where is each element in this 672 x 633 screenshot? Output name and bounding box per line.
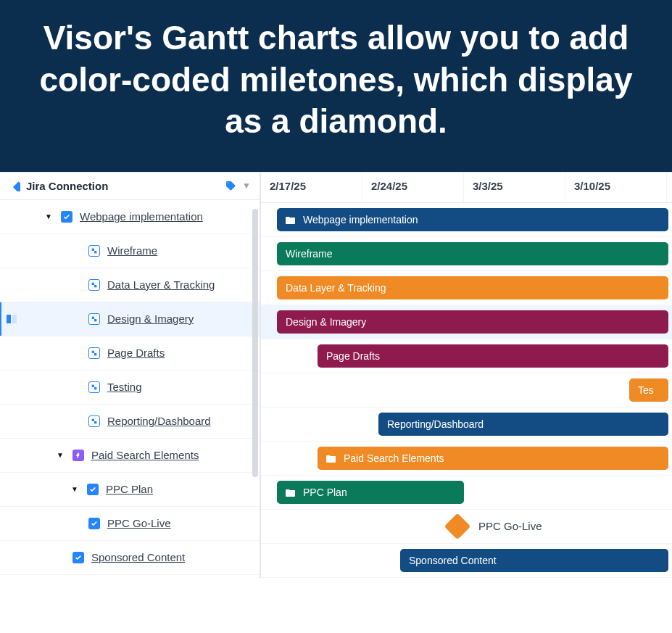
dropdown-caret-icon[interactable]: ▼	[242, 181, 251, 191]
gantt-body: Webpage implementationWireframeData Laye…	[261, 203, 672, 578]
date-column[interactable]: 2/24/25	[362, 173, 464, 202]
tag-icon[interactable]	[225, 180, 236, 191]
story-icon	[87, 484, 99, 495]
bar-label: PPC Plan	[303, 487, 347, 498]
milestone[interactable]: PPC Go-Live	[448, 515, 542, 538]
gantt-bar[interactable]: Tes	[629, 378, 668, 402]
bar-label: Reporting/Dashboard	[387, 418, 484, 430]
subtask-icon	[88, 415, 100, 427]
subtask-icon	[88, 245, 100, 257]
svg-rect-7	[92, 316, 94, 318]
gantt-row: Reporting/Dashboard	[261, 407, 672, 442]
gantt-bar[interactable]: Webpage implementation	[277, 208, 668, 231]
svg-rect-0	[13, 181, 20, 191]
tree-row[interactable]: ▼Paid Search Elements	[0, 439, 260, 473]
task-label[interactable]: Design & Imagery	[107, 313, 194, 325]
svg-rect-9	[92, 350, 94, 352]
bar-label: Data Layer & Tracking	[286, 282, 386, 294]
task-tree: ▼Webpage implementationWireframeData Lay…	[0, 200, 260, 575]
gantt-row: Paid Search Elements	[261, 442, 672, 476]
gantt-row: Sponsored Content	[261, 544, 672, 578]
svg-rect-11	[92, 384, 94, 386]
sidebar-header[interactable]: Jira Connection ▼	[0, 173, 260, 200]
svg-rect-8	[94, 319, 96, 321]
date-column[interactable]: 3/10/25	[565, 173, 667, 202]
expand-chevron-icon[interactable]: ▼	[57, 451, 67, 459]
gantt-bar[interactable]: Paid Search Elements	[318, 447, 668, 470]
selection-indicator-icon	[6, 313, 17, 325]
timeline-header: 2/17/25 2/24/25 3/3/25 3/10/25	[261, 173, 672, 203]
bar-label: Design & Imagery	[286, 316, 366, 328]
task-label[interactable]: Reporting/Dashboard	[107, 415, 211, 427]
subtask-icon	[88, 279, 100, 291]
date-column[interactable]: 3/3/25	[464, 173, 565, 202]
gantt-bar[interactable]: PPC Plan	[277, 481, 464, 504]
svg-rect-14	[94, 421, 96, 423]
svg-rect-6	[12, 315, 17, 323]
gantt-bar[interactable]: Sponsored Content	[400, 549, 668, 572]
task-label[interactable]: Paid Search Elements	[91, 449, 199, 461]
tree-row[interactable]: ▼Webpage implementation	[0, 200, 260, 234]
hero-banner: Visor's Gantt charts allow you to add co…	[0, 0, 672, 172]
gantt-bar[interactable]: Page Drafts	[318, 344, 668, 368]
bar-label: Page Drafts	[326, 350, 380, 362]
folder-icon	[286, 215, 296, 224]
tree-row[interactable]: Design & Imagery	[0, 302, 260, 336]
svg-rect-2	[94, 251, 96, 253]
task-label[interactable]: Wireframe	[107, 244, 157, 257]
folder-icon	[286, 488, 296, 497]
gantt-row: Page Drafts	[261, 339, 672, 373]
tree-row[interactable]: Page Drafts	[0, 336, 260, 371]
task-label[interactable]: Data Layer & Tracking	[107, 278, 215, 291]
tree-row[interactable]: ▼PPC Plan	[0, 473, 260, 507]
gantt-row: Tes	[261, 373, 672, 407]
gantt-row: Wireframe	[261, 237, 672, 271]
tree-row[interactable]: Sponsored Content	[0, 541, 260, 575]
gantt-chart: 2/17/25 2/24/25 3/3/25 3/10/25 Webpage i…	[261, 173, 672, 578]
tree-row[interactable]: PPC Go-Live	[0, 507, 260, 541]
task-label[interactable]: PPC Plan	[106, 483, 153, 495]
bar-label: Tes	[638, 384, 654, 396]
sidebar: Jira Connection ▼ ▼Webpage implementatio…	[0, 173, 261, 578]
svg-rect-12	[94, 387, 96, 389]
tree-row[interactable]: Data Layer & Tracking	[0, 268, 260, 302]
svg-rect-1	[92, 248, 94, 250]
tree-row[interactable]: Testing	[0, 371, 260, 405]
gantt-bar[interactable]: Data Layer & Tracking	[277, 276, 668, 299]
task-label[interactable]: Webpage implementation	[80, 210, 203, 223]
bar-label: Webpage implementation	[303, 214, 418, 226]
task-label[interactable]: PPC Go-Live	[107, 517, 171, 529]
gantt-row: Webpage implementation	[261, 203, 672, 237]
subtask-icon	[88, 313, 100, 325]
milestone-label: PPC Go-Live	[478, 520, 542, 532]
subtask-icon	[88, 381, 100, 393]
connection-name: Jira Connection	[26, 180, 108, 192]
folder-icon	[326, 454, 336, 463]
gantt-bar[interactable]: Wireframe	[277, 242, 668, 265]
scrollbar-thumb[interactable]	[252, 209, 258, 477]
gantt-bar[interactable]: Reporting/Dashboard	[378, 413, 668, 436]
expand-chevron-icon[interactable]: ▼	[45, 212, 55, 220]
gantt-row: Data Layer & Tracking	[261, 271, 672, 305]
gantt-row: Design & Imagery	[261, 305, 672, 339]
svg-rect-5	[7, 315, 11, 323]
story-icon	[72, 552, 84, 563]
tree-row[interactable]: Wireframe	[0, 234, 260, 268]
milestone-diamond-icon	[444, 513, 471, 539]
task-label[interactable]: Testing	[107, 381, 142, 393]
svg-rect-3	[92, 282, 94, 284]
gantt-bar[interactable]: Design & Imagery	[277, 310, 668, 334]
task-label[interactable]: Sponsored Content	[91, 551, 185, 563]
subtask-icon	[88, 347, 100, 359]
jira-icon	[9, 180, 20, 191]
story-icon	[61, 211, 72, 223]
gantt-row: PPC Go-Live	[261, 510, 672, 544]
bar-label: Wireframe	[286, 248, 333, 260]
bar-label: Sponsored Content	[409, 555, 497, 566]
hero-headline: Visor's Gantt charts allow you to add co…	[29, 17, 643, 143]
tree-row[interactable]: Reporting/Dashboard	[0, 405, 260, 439]
date-column[interactable]: 2/17/25	[261, 173, 362, 202]
expand-chevron-icon[interactable]: ▼	[71, 485, 81, 493]
task-label[interactable]: Page Drafts	[107, 347, 165, 359]
svg-rect-4	[94, 285, 96, 287]
